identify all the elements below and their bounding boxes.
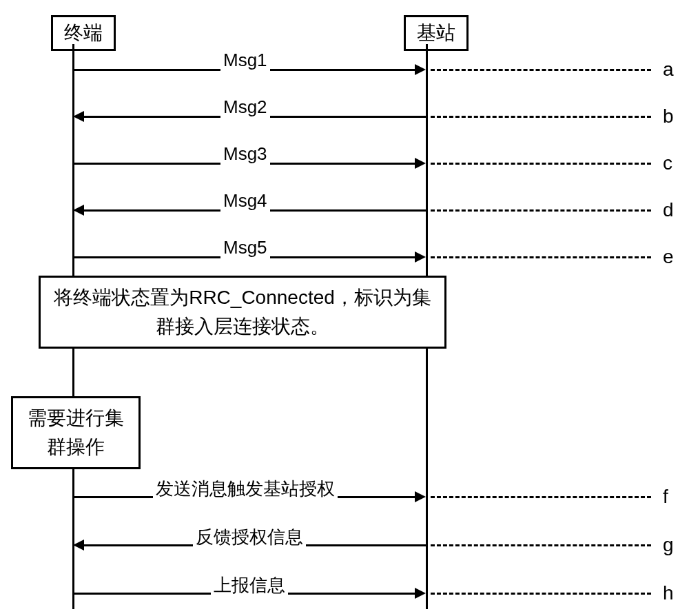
label-msg8: 上报信息 (211, 573, 288, 597)
dashed-msg4 (431, 209, 651, 212)
dashed-msg1 (431, 69, 651, 71)
note-cluster-operation: 需要进行集群操作 (11, 396, 141, 469)
arrowhead-msg2 (73, 111, 84, 122)
label-msg2: Msg2 (220, 96, 270, 118)
dashed-msg6 (431, 496, 651, 498)
label-msg6: 发送消息触发基站授权 (153, 477, 338, 501)
label-msg7: 反馈授权信息 (193, 525, 306, 549)
arrowhead-msg4 (73, 205, 84, 216)
label-msg5: Msg5 (220, 237, 270, 258)
step-g: g (663, 534, 674, 556)
label-msg4: Msg4 (220, 190, 270, 212)
actor-base-station: 基站 (404, 15, 469, 51)
label-msg1: Msg1 (220, 50, 270, 71)
step-a: a (663, 59, 674, 81)
arrowhead-msg6 (415, 491, 426, 502)
arrowhead-msg5 (415, 251, 426, 263)
note-rrc-connected: 将终端状态置为RRC_Connected，标识为集群接入层连接状态。 (39, 276, 446, 349)
arrowhead-msg3 (415, 158, 426, 169)
dashed-msg8 (431, 593, 651, 595)
step-f: f (663, 486, 668, 508)
step-c: c (663, 152, 672, 174)
dashed-msg3 (431, 163, 651, 165)
step-b: b (663, 105, 674, 127)
step-h: h (663, 582, 674, 604)
actor-terminal: 终端 (51, 15, 116, 51)
step-e: e (663, 246, 674, 268)
arrowhead-msg1 (415, 64, 426, 75)
dashed-msg2 (431, 116, 651, 118)
arrowhead-msg7 (73, 540, 84, 551)
label-msg3: Msg3 (220, 143, 270, 165)
step-d: d (663, 199, 674, 221)
dashed-msg5 (431, 256, 651, 258)
arrowhead-msg8 (415, 588, 426, 599)
dashed-msg7 (431, 544, 651, 546)
